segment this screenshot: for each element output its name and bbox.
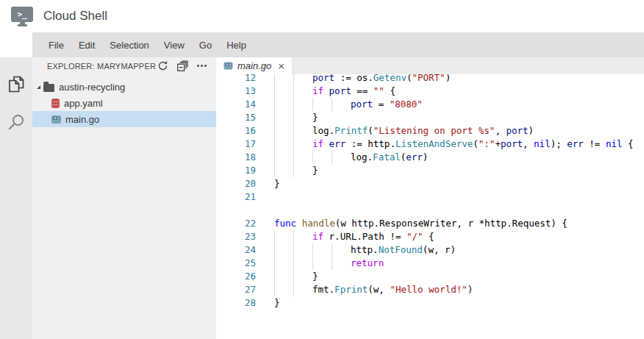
indent-guides — [274, 111, 312, 124]
terminal-screen-icon: >_ — [11, 7, 33, 22]
line-number: 16 — [216, 124, 256, 138]
collapse-all-button[interactable] — [176, 60, 188, 72]
refresh-button[interactable] — [157, 60, 168, 71]
tree-item-label: app.yaml — [64, 98, 103, 109]
chevron-expanded-icon[interactable] — [37, 85, 40, 89]
indent-guides — [274, 98, 351, 111]
code-text: if err := http.ListenAndServe(":"+port, … — [312, 138, 634, 151]
go-file-icon — [224, 62, 233, 69]
code-line-26[interactable]: 26} — [216, 270, 644, 283]
code-line-18[interactable]: 18log.Fatal(err) — [216, 151, 644, 164]
code-line-22[interactable]: 22func handle(w http.ResponseWriter, r *… — [216, 217, 644, 230]
indent-guides — [274, 74, 312, 85]
code-editor-view[interactable]: 12port := os.Getenv("PORT")13if port == … — [216, 74, 644, 339]
code-line-21[interactable]: 21 — [216, 190, 644, 204]
files-explorer-button[interactable] — [0, 65, 32, 103]
explorer-panel: EXPLORER: MARYMAPPER — [32, 57, 216, 339]
file-tree: austin-recyclingapp.yamlmain.go — [32, 74, 216, 127]
code-line-19[interactable]: 19} — [216, 164, 644, 177]
line-number: 15 — [216, 111, 256, 124]
line-number: 27 — [216, 283, 256, 296]
code-text: port = "8080" — [351, 98, 423, 111]
code-line-23[interactable]: 23if r.URL.Path != "/" { — [216, 230, 644, 243]
line-number: 21 — [216, 190, 256, 204]
code-line-14[interactable]: 14port = "8080" — [216, 98, 644, 111]
code-line-12[interactable]: 12port := os.Getenv("PORT") — [216, 74, 644, 85]
activity-bar — [0, 57, 32, 339]
code-block: 12port := os.Getenv("PORT")13if port == … — [216, 74, 644, 310]
go-file-icon — [51, 115, 61, 124]
code-line-13[interactable]: 13if port == "" { — [216, 85, 644, 98]
code-line-15[interactable]: 15} — [216, 111, 644, 124]
indent-guides — [274, 85, 312, 98]
code-text: fmt.Fprint(w, "Hello world!") — [312, 283, 473, 296]
menu-item-view[interactable]: View — [157, 32, 192, 57]
folder-icon — [43, 84, 54, 92]
code-line-27[interactable]: 27fmt.Fprint(w, "Hello world!") — [216, 283, 644, 296]
code-text: } — [274, 177, 280, 190]
code-line-24[interactable]: 24http.NotFound(w, r) — [216, 243, 644, 257]
menu-item-go[interactable]: Go — [192, 32, 219, 57]
code-line-20[interactable]: 20} — [216, 177, 644, 190]
indent-guides — [274, 151, 351, 164]
tree-item-app-yaml[interactable]: app.yaml — [32, 95, 216, 111]
indent-guides — [274, 283, 312, 296]
line-number: 17 — [216, 138, 256, 151]
code-text: log.Fatal(err) — [351, 151, 428, 164]
editor: main.go × 12port := os.Getenv("PORT")13i… — [216, 57, 644, 339]
line-number: 19 — [216, 164, 256, 177]
line-number: 13 — [216, 85, 256, 98]
code-text: } — [312, 270, 318, 283]
indent-guides — [274, 124, 312, 138]
menu-item-selection[interactable]: Selection — [102, 32, 156, 57]
line-number: 24 — [216, 243, 256, 257]
indent-guides — [274, 270, 312, 283]
code-line-16[interactable]: 16log.Printf("Listening on port %s", por… — [216, 124, 644, 138]
explorer-header: EXPLORER: MARYMAPPER — [32, 57, 216, 74]
tree-item-main-go[interactable]: main.go — [32, 111, 216, 127]
code-text: } — [312, 164, 318, 177]
indent-guides — [274, 257, 351, 270]
indent-guides — [274, 138, 312, 151]
code-text: http.NotFound(w, r) — [351, 243, 456, 257]
tree-item-austin-recycling[interactable]: austin-recycling — [32, 79, 216, 95]
refresh-icon — [157, 60, 168, 71]
code-text: port := os.Getenv("PORT") — [312, 74, 451, 85]
tab-bar: main.go × — [216, 57, 644, 74]
close-tab-icon[interactable]: × — [278, 60, 285, 71]
code-line-17[interactable]: 17if err := http.ListenAndServe(":"+port… — [216, 138, 644, 151]
line-number: 23 — [216, 230, 256, 243]
tab-main-go[interactable]: main.go × — [216, 57, 293, 74]
line-number — [216, 204, 256, 217]
top-bar: >_ Cloud Shell — [0, 0, 644, 32]
tree-item-label: main.go — [65, 114, 99, 125]
line-number: 18 — [216, 151, 256, 164]
line-number: 12 — [216, 74, 256, 85]
line-number: 20 — [216, 177, 256, 190]
code-text: } — [312, 111, 318, 124]
code-text: if port == "" { — [312, 85, 396, 98]
search-button[interactable] — [0, 103, 32, 141]
menu-bar: FileEditSelectionViewGoHelp — [32, 32, 644, 57]
menu-item-edit[interactable]: Edit — [71, 32, 102, 57]
explorer-title: EXPLORER: MARYMAPPER — [47, 62, 157, 71]
more-actions-button[interactable] — [196, 60, 207, 71]
files-icon — [7, 74, 26, 93]
indent-guides — [274, 230, 312, 243]
line-number: 25 — [216, 257, 256, 270]
tree-item-label: austin-recycling — [59, 82, 125, 93]
line-number: 22 — [216, 217, 256, 230]
code-line-25[interactable]: 25return — [216, 257, 644, 270]
collapse-all-icon — [176, 60, 188, 72]
line-number: 26 — [216, 270, 256, 283]
menu-item-file[interactable]: File — [41, 32, 71, 57]
code-text: func handle(w http.ResponseWriter, r *ht… — [274, 217, 568, 230]
search-icon — [7, 113, 26, 132]
menu-item-help[interactable]: Help — [219, 32, 254, 57]
code-text: if r.URL.Path != "/" { — [312, 230, 434, 243]
code-line-28[interactable]: 28} — [216, 296, 644, 310]
code-text: log.Printf("Listening on port %s", port) — [312, 124, 534, 138]
yaml-file-icon — [51, 99, 60, 108]
code-spacer-row — [216, 204, 644, 217]
indent-guides — [274, 164, 312, 177]
